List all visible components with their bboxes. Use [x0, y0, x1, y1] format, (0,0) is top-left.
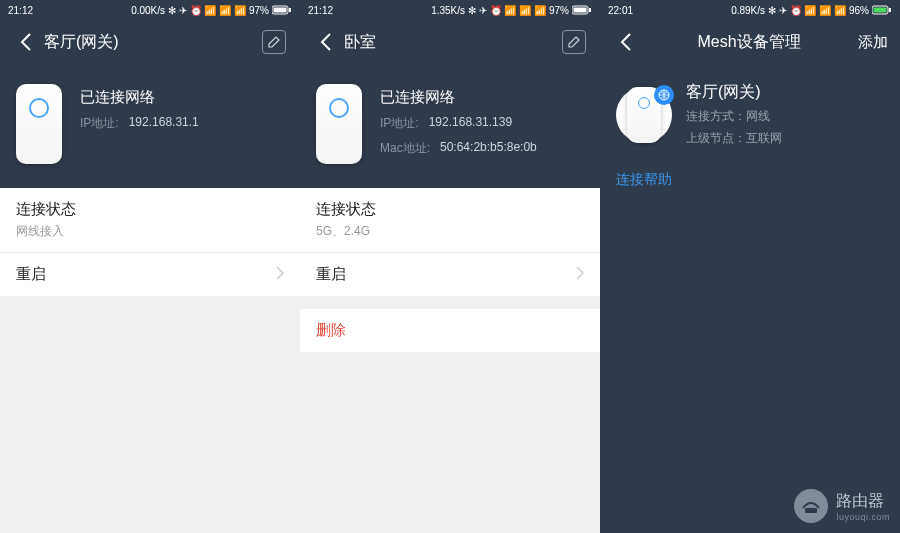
device-name: 客厅(网关)	[686, 82, 782, 103]
restart-row[interactable]: 重启	[0, 253, 300, 297]
status-time: 22:01	[608, 5, 633, 16]
watermark-cn: 路由器	[836, 491, 890, 512]
status-net: 0.89K/s	[731, 5, 765, 16]
edit-button[interactable]	[260, 28, 288, 56]
device-hero: 已连接网络 IP地址: 192.168.31.139 Mac地址: 50:64:…	[300, 64, 600, 188]
section-gap	[300, 297, 600, 309]
panel-bedroom: 21:12 1.35K/s ✻ ✈ ⏰ 📶 📶 📶 97% 卧室 已连接网络	[300, 0, 600, 533]
status-icons: ✻ ✈ ⏰ 📶 📶 📶	[168, 5, 246, 16]
panel-mesh-management: 22:01 0.89K/s ✻ ✈ ⏰ 📶 📶 📶 96% Mesh设备管理 添…	[600, 0, 900, 533]
add-button[interactable]: 添加	[858, 28, 888, 56]
status-net: 0.00K/s	[131, 5, 165, 16]
ip-value: 192.168.31.1	[129, 115, 199, 132]
watermark-en: luyouqi.com	[836, 512, 890, 522]
delete-row[interactable]: 删除	[300, 309, 600, 353]
page-title: 客厅(网关)	[40, 32, 260, 53]
restart-row[interactable]: 重启	[300, 253, 600, 297]
back-button[interactable]	[312, 28, 340, 56]
ip-value: 192.168.31.139	[429, 115, 512, 132]
svg-rect-4	[574, 8, 587, 13]
mac-value: 50:64:2b:b5:8e:0b	[440, 140, 537, 157]
page-title: 卧室	[340, 32, 560, 53]
connection-status-row: 连接状态 网线接入	[0, 188, 300, 253]
device-avatar	[616, 87, 672, 143]
mac-label: Mac地址:	[380, 140, 430, 157]
status-battery: 97%	[249, 5, 269, 16]
page-title: Mesh设备管理	[640, 32, 858, 53]
status-battery: 96%	[849, 5, 869, 16]
row-title: 删除	[316, 321, 346, 340]
row-sub: 5G、2.4G	[316, 223, 584, 240]
status-bar: 22:01 0.89K/s ✻ ✈ ⏰ 📶 📶 📶 96%	[600, 0, 900, 20]
internet-badge	[654, 85, 674, 105]
row-title: 重启	[16, 265, 46, 284]
network-status: 已连接网络	[80, 88, 199, 107]
pencil-icon	[568, 36, 580, 48]
network-status: 已连接网络	[380, 88, 537, 107]
battery-icon	[272, 5, 292, 15]
row-sub: 网线接入	[16, 223, 284, 240]
svg-rect-10	[805, 508, 817, 513]
row-title: 连接状态	[16, 200, 284, 219]
watermark: 路由器 luyouqi.com	[794, 489, 890, 523]
status-time: 21:12	[8, 5, 33, 16]
status-bar: 21:12 0.00K/s ✻ ✈ ⏰ 📶 📶 📶 97%	[0, 0, 300, 20]
svg-rect-7	[874, 8, 887, 13]
mesh-device-item[interactable]: 客厅(网关) 连接方式：网线 上级节点：互联网	[600, 64, 900, 161]
battery-charging-icon	[872, 5, 892, 15]
chevron-left-icon	[620, 33, 632, 51]
status-bar: 21:12 1.35K/s ✻ ✈ ⏰ 📶 📶 📶 97%	[300, 0, 600, 20]
chevron-left-icon	[320, 33, 332, 51]
nav-bar: Mesh设备管理 添加	[600, 20, 900, 64]
device-hero: 已连接网络 IP地址: 192.168.31.1	[0, 64, 300, 188]
status-icons: ✻ ✈ ⏰ 📶 📶 📶	[468, 5, 546, 16]
status-net: 1.35K/s	[431, 5, 465, 16]
row-title: 连接状态	[316, 200, 584, 219]
edit-button[interactable]	[560, 28, 588, 56]
svg-rect-8	[889, 8, 891, 12]
help-link[interactable]: 连接帮助	[600, 161, 900, 199]
ip-label: IP地址:	[380, 115, 419, 132]
pencil-icon	[268, 36, 280, 48]
panel-gateway: 21:12 0.00K/s ✻ ✈ ⏰ 📶 📶 📶 97% 客厅(网关) 已连接…	[0, 0, 300, 533]
device-icon	[316, 84, 362, 164]
upstream-node: 上级节点：互联网	[686, 130, 782, 147]
ip-label: IP地址:	[80, 115, 119, 132]
nav-bar: 卧室	[300, 20, 600, 64]
chevron-right-icon	[576, 266, 584, 284]
router-logo-icon	[794, 489, 828, 523]
device-icon	[16, 84, 62, 164]
chevron-left-icon	[20, 33, 32, 51]
row-title: 重启	[316, 265, 346, 284]
chevron-right-icon	[276, 266, 284, 284]
nav-bar: 客厅(网关)	[0, 20, 300, 64]
svg-rect-2	[289, 8, 291, 12]
connection-mode: 连接方式：网线	[686, 108, 782, 125]
status-icons: ✻ ✈ ⏰ 📶 📶 📶	[768, 5, 846, 16]
svg-rect-1	[274, 8, 287, 13]
connection-status-row: 连接状态 5G、2.4G	[300, 188, 600, 253]
battery-icon	[572, 5, 592, 15]
status-battery: 97%	[549, 5, 569, 16]
svg-rect-5	[589, 8, 591, 12]
back-button[interactable]	[12, 28, 40, 56]
globe-icon	[658, 89, 670, 101]
status-time: 21:12	[308, 5, 333, 16]
back-button[interactable]	[612, 28, 640, 56]
